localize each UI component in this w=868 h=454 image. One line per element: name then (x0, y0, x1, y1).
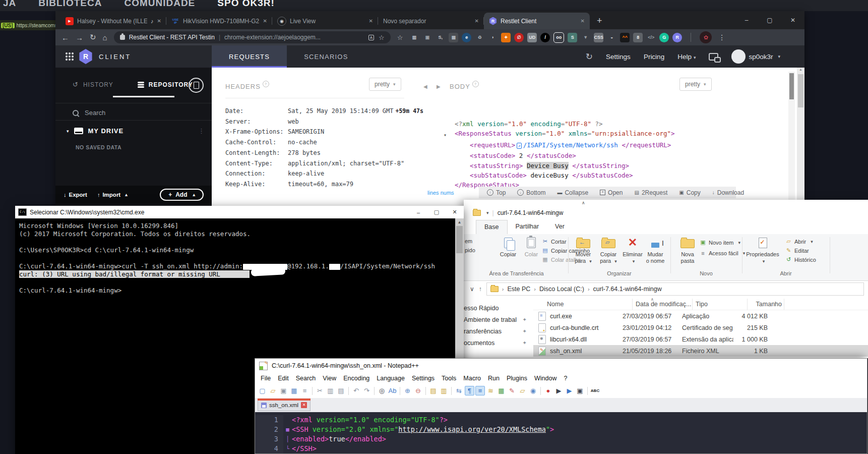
back-icon[interactable]: ← (61, 33, 69, 42)
copy-button[interactable]: Copiar (496, 236, 520, 258)
toolbar-icon[interactable]: ⇆ (454, 386, 464, 395)
sidebar-item-ambiente-de-trabal[interactable]: Ambiente de trabal✦ (464, 314, 533, 325)
breadcrumb[interactable]: › Este PC›Disco Local (C:)›curl-7.64.1-w… (486, 282, 864, 296)
ribbon-chevron-icon[interactable]: ∧ (582, 200, 585, 205)
toolbar-icon[interactable]: ▤ (336, 386, 346, 395)
breadcrumb-segment[interactable]: curl-7.64.1-win64-mingw (593, 286, 662, 293)
profile-avatar[interactable]: ✿ (700, 31, 712, 43)
toolbar-icon[interactable]: ▱ (268, 386, 278, 395)
toolbar-icon[interactable]: ● (543, 386, 553, 395)
address-bar[interactable]: Restlet Client - REST API Testin | chrom… (114, 31, 391, 43)
add-button[interactable]: + Add ▴ (160, 189, 204, 201)
move-to-button[interactable]: Mover para ▾ (571, 236, 595, 265)
code-extension-icon[interactable]: </> (646, 33, 656, 42)
chevrons-extension-icon[interactable]: ^^ (620, 33, 630, 42)
rename-button[interactable]: Mudar o nome (643, 236, 667, 264)
eight-extension-icon[interactable]: 8 (633, 33, 643, 42)
menu-encoding[interactable]: Encoding (340, 374, 373, 383)
column-header-date[interactable]: Data de modificaç... (633, 299, 693, 310)
toolbar-icon[interactable]: Ab (388, 386, 397, 395)
notepadpp-titlebar[interactable]: C:\curl-7.64.1-win64-mingw\ssh_on.xml - … (255, 359, 867, 373)
download-button[interactable]: ↓Download (712, 189, 744, 196)
delete-button[interactable]: ✕ Eliminar ▾ (621, 236, 645, 265)
toolbar-icon[interactable]: ▦ (497, 386, 506, 395)
toolbar-icon[interactable]: ≡ (475, 386, 485, 395)
bookmark-star-icon-2[interactable]: ☆ (397, 34, 403, 41)
easy-access-button[interactable]: ≡ Acesso fácil ▾ (700, 250, 745, 256)
search-input[interactable]: Search (73, 109, 105, 117)
scroll-up-arrow[interactable]: ▲ (458, 218, 462, 226)
minimize-button[interactable]: – (409, 206, 427, 218)
css-extension-icon[interactable]: CSS (594, 33, 603, 42)
fold-marker-icon[interactable]: ■ (283, 425, 292, 434)
browser-menu-icon[interactable]: ⋮ (718, 33, 725, 41)
sync-icon[interactable]: ↻ (586, 51, 593, 62)
column-header-size[interactable]: Tamanho (748, 299, 784, 310)
menu-plugins[interactable]: Plugins (503, 374, 531, 383)
layout-extension-icon[interactable]: ▥ (409, 33, 419, 42)
restlet-extension-icon[interactable]: R (672, 33, 682, 42)
sidebar-item-esso-rápido[interactable]: esso Rápido (464, 302, 533, 314)
browser-tab[interactable]: Live View✕ (272, 13, 378, 29)
2request-button[interactable]: ▤2Request (634, 189, 667, 196)
tab-history[interactable]: ↺ HISTORY (73, 81, 113, 88)
close-tab-icon[interactable]: ✕ (475, 18, 479, 24)
import-button[interactable]: ↑ Import ▴ (97, 192, 128, 198)
chevron-down-icon[interactable]: ▾ (67, 129, 69, 134)
steam-nav-item[interactable]: SPO OK3R! (217, 0, 275, 9)
menu-macro[interactable]: Macro (460, 374, 484, 383)
external-link-icon[interactable]: ↗ (517, 143, 521, 149)
menu-language[interactable]: Language (373, 374, 408, 383)
toolbar-icon[interactable]: ▢ (258, 386, 267, 395)
body-scrollbar[interactable] (788, 72, 795, 204)
restlet-tab-scenarios[interactable]: SCENARIOS (287, 45, 365, 68)
back-caret-icon[interactable]: ∨ (470, 286, 474, 293)
toolbar-icon[interactable]: ▥ (326, 386, 335, 395)
breadcrumb-segment[interactable]: Este PC (507, 286, 530, 293)
top-button[interactable]: ↑Top (487, 189, 506, 196)
blocked-extension-icon[interactable]: ∅ (514, 33, 524, 42)
request-url-link[interactable]: /ISAPI/System/Network/ssh (523, 141, 622, 149)
toolbar-icon[interactable]: ≡ (300, 386, 309, 395)
toolbar-icon[interactable]: ✎ (507, 386, 517, 395)
menu-help[interactable]: ? (560, 374, 571, 383)
translate-icon[interactable]: A (368, 35, 374, 40)
toolbar-icon[interactable]: ▤ (428, 386, 438, 395)
grammarly-extension-icon[interactable]: G (659, 33, 669, 42)
toolbar-icon[interactable]: ◉ (528, 386, 538, 395)
sidebar-item-my-drive[interactable]: ▾ MY DRIVE (65, 127, 123, 135)
toolbar-icon[interactable]: ▦ (289, 386, 299, 395)
ribbon-tab-partilhar[interactable]: Partilhar (508, 220, 547, 234)
toolbar-icon[interactable]: ≋ (486, 386, 495, 395)
cmd-titlebar[interactable]: C:\ Selecionar C:\Windows\system32\cmd.e… (15, 206, 464, 218)
toolbar-icon[interactable]: ◎ (377, 386, 387, 395)
file-row[interactable]: libcurl-x64.dll27/03/2019 06:57Extensão … (533, 333, 868, 345)
paste-button[interactable]: Colar (519, 236, 543, 258)
user-menu[interactable]: sp0ok3r ▾ (731, 49, 780, 64)
steam-nav-item[interactable]: BIBLIOTECA (38, 0, 102, 9)
properties-button[interactable]: Propriedades ▾ (746, 236, 779, 265)
browser-tab[interactable]: Halsey - Without Me (ILLENI♪✕ (60, 13, 166, 29)
ribbon-tab-ver[interactable]: Ver (547, 220, 573, 234)
steam-nav-item[interactable]: JA (3, 0, 16, 9)
file-row[interactable]: curl.exe27/03/2019 06:57Aplicação4 012 K… (533, 310, 868, 322)
help-icon[interactable]: ? (263, 81, 269, 87)
scrollbar-thumb[interactable] (789, 73, 794, 99)
forward-icon[interactable]: → (76, 33, 83, 42)
menu-settings[interactable]: Settings (408, 374, 438, 383)
bookmark-star-icon[interactable]: ☆ (379, 34, 385, 41)
new-folder-button[interactable]: Nova pasta (675, 236, 700, 264)
editor-area[interactable]: 1<?xml version="1.0" encoding="UTF-8"?>2… (255, 412, 867, 453)
close-button[interactable]: ✕ (781, 11, 804, 29)
menu-tools[interactable]: Tools (438, 374, 460, 383)
file-row[interactable]: curl-ca-bundle.crt23/01/2019 04:12Certif… (533, 322, 868, 333)
cut-button[interactable]: ✂ Cortar (542, 238, 567, 245)
badge-extension-icon[interactable]: ▣ (422, 33, 432, 42)
toolbar-icon[interactable]: ▥ (439, 386, 449, 395)
menu-file[interactable]: File (257, 374, 274, 383)
edit-button[interactable]: ✎ Editar (785, 247, 809, 254)
settings-link[interactable]: Settings (606, 53, 631, 61)
page-scrollbar[interactable]: ▲ (797, 68, 804, 206)
close-button[interactable]: ✕ (446, 206, 464, 218)
copy-button[interactable]: ▣Copy (679, 189, 700, 196)
